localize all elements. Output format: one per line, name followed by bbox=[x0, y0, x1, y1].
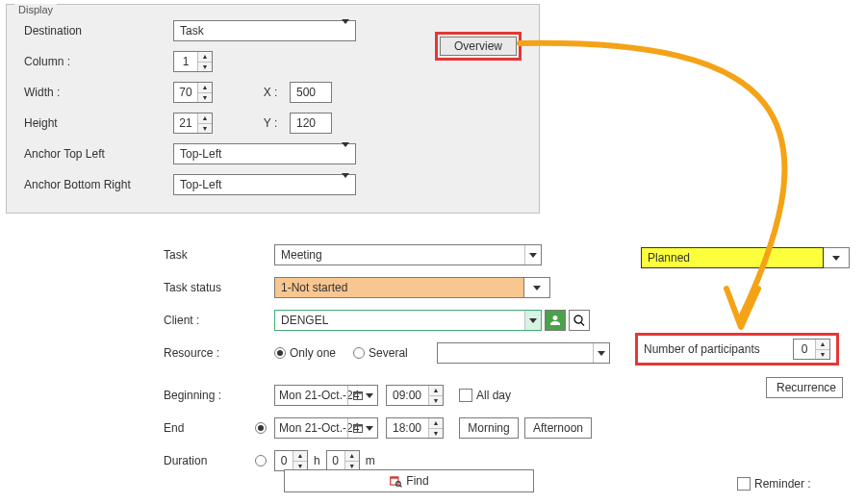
overview-button[interactable]: Overview bbox=[440, 37, 517, 56]
client-value: DENGEL bbox=[281, 314, 328, 327]
display-group: Display Destination Task Column : 1 ▲▼ W… bbox=[6, 4, 540, 214]
chevron-up-icon[interactable]: ▲ bbox=[198, 52, 212, 62]
chevron-down-icon[interactable]: ▼ bbox=[816, 349, 829, 360]
width-label: Width : bbox=[18, 86, 173, 99]
participants-value: 0 bbox=[794, 340, 816, 359]
person-icon[interactable] bbox=[545, 310, 566, 331]
chevron-up-icon[interactable]: ▲ bbox=[198, 113, 212, 123]
anchor-tl-label: Anchor Top Left bbox=[18, 147, 173, 161]
duration-h-stepper[interactable]: 0 ▲▼ bbox=[274, 450, 308, 471]
chevron-down-icon[interactable]: ▼ bbox=[198, 92, 212, 103]
morning-button[interactable]: Morning bbox=[459, 417, 519, 439]
status-label: Task status bbox=[164, 281, 274, 294]
anchor-tl-value: Top-Left bbox=[180, 147, 221, 161]
planned-value: Planned bbox=[648, 251, 690, 265]
height-value: 21 bbox=[174, 113, 198, 133]
reminder-group: Reminder : bbox=[737, 477, 811, 491]
chevron-down-icon bbox=[342, 147, 349, 161]
svg-rect-3 bbox=[354, 425, 363, 427]
chevron-down-icon[interactable] bbox=[524, 245, 541, 265]
chevron-up-icon[interactable]: ▲ bbox=[345, 451, 359, 461]
anchor-br-label: Anchor Bottom Right bbox=[18, 178, 173, 191]
chevron-up-icon[interactable]: ▲ bbox=[429, 418, 443, 428]
recurrence-button[interactable]: Recurrence bbox=[766, 377, 843, 398]
width-value: 70 bbox=[174, 83, 198, 102]
status-select[interactable]: 1-Not started bbox=[274, 277, 524, 298]
height-label: Height bbox=[18, 116, 173, 130]
end-date-input[interactable]: Mon 21-Oct.-24 bbox=[274, 417, 378, 439]
planned-select[interactable]: Planned bbox=[641, 247, 824, 268]
find-button[interactable]: Find bbox=[284, 469, 534, 492]
client-select[interactable]: DENGEL bbox=[274, 310, 542, 331]
beginning-date-input[interactable]: Mon 21-Oct.-24 bbox=[274, 385, 378, 406]
chevron-down-icon[interactable]: ▼ bbox=[198, 123, 212, 134]
end-time-value: 18:00 bbox=[393, 421, 421, 435]
anchor-tl-select[interactable]: Top-Left bbox=[173, 143, 356, 164]
resource-only-one-label: Only one bbox=[290, 346, 336, 360]
x-label: X : bbox=[251, 86, 290, 99]
destination-label: Destination bbox=[18, 24, 173, 38]
chevron-up-icon[interactable]: ▲ bbox=[198, 83, 212, 92]
svg-rect-1 bbox=[354, 392, 363, 394]
chevron-down-icon bbox=[524, 278, 549, 297]
task-value: Meeting bbox=[281, 248, 322, 262]
width-stepper[interactable]: 70 ▲▼ bbox=[173, 82, 213, 103]
svg-line-7 bbox=[400, 486, 402, 488]
chevron-down-icon[interactable] bbox=[593, 343, 609, 363]
participants-stepper[interactable]: 0 ▲▼ bbox=[793, 339, 830, 360]
resource-several-label: Several bbox=[369, 346, 408, 360]
display-legend: Display bbox=[14, 4, 57, 15]
duration-m-value: 0 bbox=[327, 451, 345, 470]
column-label: Column : bbox=[18, 55, 173, 68]
end-time-input[interactable]: 18:00 ▲▼ bbox=[386, 417, 444, 439]
overview-highlight: Overview bbox=[435, 32, 522, 61]
task-select[interactable]: Meeting bbox=[274, 244, 542, 265]
participants-label: Number of participants bbox=[644, 342, 793, 356]
calendar-icon[interactable] bbox=[347, 418, 377, 438]
chevron-down-icon[interactable]: ▼ bbox=[198, 62, 212, 72]
reminder-checkbox[interactable] bbox=[737, 477, 751, 491]
participants-highlight: Number of participants 0 ▲▼ bbox=[635, 333, 839, 365]
resource-select[interactable] bbox=[437, 342, 610, 364]
height-stepper[interactable]: 21 ▲▼ bbox=[173, 113, 213, 134]
all-day-checkbox[interactable] bbox=[459, 389, 472, 402]
duration-m-unit: m bbox=[366, 454, 375, 467]
beginning-time-input[interactable]: 09:00 ▲▼ bbox=[386, 385, 444, 406]
resource-only-one-radio[interactable] bbox=[274, 347, 286, 359]
resource-several-radio[interactable] bbox=[353, 347, 365, 359]
duration-h-value: 0 bbox=[275, 451, 293, 470]
y-input[interactable]: 120 bbox=[290, 113, 332, 134]
status-dropdown-button[interactable] bbox=[524, 277, 550, 298]
calendar-icon[interactable] bbox=[347, 386, 377, 405]
chevron-up-icon[interactable]: ▲ bbox=[293, 451, 307, 461]
chevron-down-icon[interactable]: ▼ bbox=[429, 395, 443, 406]
planned-group: Planned bbox=[641, 247, 850, 268]
chevron-up-icon[interactable]: ▲ bbox=[816, 340, 829, 349]
chevron-up-icon[interactable]: ▲ bbox=[429, 386, 443, 395]
chevron-down-icon[interactable] bbox=[524, 311, 541, 330]
destination-value: Task bbox=[180, 24, 204, 38]
task-label: Task bbox=[164, 248, 274, 262]
afternoon-button[interactable]: Afternoon bbox=[524, 417, 592, 439]
reminder-label: Reminder : bbox=[754, 477, 811, 491]
anchor-br-select[interactable]: Top-Left bbox=[173, 174, 356, 195]
planned-dropdown-button[interactable] bbox=[824, 247, 850, 268]
end-radio[interactable] bbox=[255, 422, 267, 434]
duration-h-unit: h bbox=[314, 454, 320, 467]
duration-radio[interactable] bbox=[255, 455, 267, 466]
chevron-down-icon bbox=[342, 24, 349, 38]
beginning-label: Beginning : bbox=[164, 389, 274, 402]
chevron-down-icon bbox=[342, 178, 349, 191]
beginning-time-value: 09:00 bbox=[393, 389, 421, 402]
x-input[interactable]: 500 bbox=[290, 82, 332, 103]
chevron-down-icon[interactable]: ▼ bbox=[429, 428, 443, 439]
calendar-search-icon bbox=[389, 474, 402, 488]
client-label: Client : bbox=[164, 314, 274, 327]
y-label: Y : bbox=[251, 116, 290, 130]
destination-select[interactable]: Task bbox=[173, 20, 356, 41]
column-stepper[interactable]: 1 ▲▼ bbox=[173, 51, 213, 72]
resource-label: Resource : bbox=[164, 346, 274, 360]
duration-m-stepper[interactable]: 0 ▲▼ bbox=[326, 450, 360, 471]
search-icon[interactable] bbox=[569, 310, 590, 331]
chevron-down-icon bbox=[824, 248, 849, 267]
